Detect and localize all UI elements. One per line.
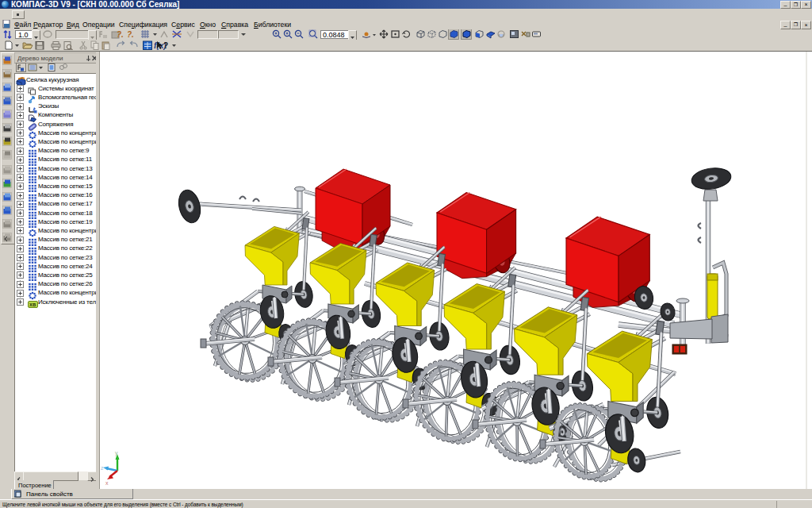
svg-text:z: z	[101, 465, 104, 471]
svg-text:xв: xв	[29, 302, 36, 307]
svg-text:?: ?	[163, 41, 168, 50]
svg-text:?.: ?.	[117, 30, 124, 39]
svg-text:x: x	[105, 480, 109, 486]
svg-text:y: y	[115, 450, 118, 456]
svg-text:?.: ?.	[127, 30, 134, 39]
